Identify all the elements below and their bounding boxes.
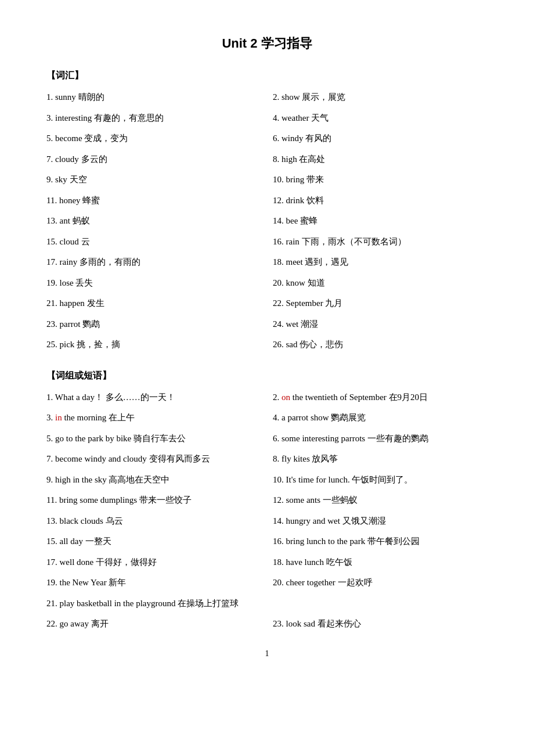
phrase-section: 【词组或短语】 1. What a day！ 多么……的一天！2. on the… (46, 370, 488, 632)
phrase-item: 18. have lunch 吃午饭 (273, 555, 488, 570)
phrase-item: 5. go to the park by bike 骑自行车去公 (46, 431, 261, 447)
phrase-item: 17. well done 干得好，做得好 (46, 555, 261, 570)
vocab-item: 4. weather 天气 (273, 111, 488, 126)
vocab-item: 18. meet 遇到，遇见 (273, 255, 488, 270)
highlight-word: in (55, 413, 62, 422)
vocab-grid: 1. sunny 晴朗的2. show 展示，展览3. interesting … (46, 90, 488, 352)
vocab-item: 20. know 知道 (273, 276, 488, 291)
phrase-item: 15. all day 一整天 (46, 534, 261, 549)
phrase-item: 1. What a day！ 多么……的一天！ (46, 390, 261, 405)
phrase-grid: 1. What a day！ 多么……的一天！2. on the twentie… (46, 390, 488, 632)
vocab-header: 【词汇】 (46, 70, 488, 82)
phrase-item: 16. bring lunch to the park 带午餐到公园 (273, 534, 488, 549)
phrase-item: 12. some ants 一些蚂蚁 (273, 493, 488, 508)
phrase-item: 8. fly kites 放风筝 (273, 452, 488, 467)
vocab-item: 23. parrot 鹦鹉 (46, 317, 261, 332)
vocab-item: 6. windy 有风的 (273, 131, 488, 146)
vocab-item: 10. bring 带来 (273, 172, 488, 188)
vocab-item: 12. drink 饮料 (273, 193, 488, 208)
vocab-item: 5. become 变成，变为 (46, 131, 261, 146)
vocab-item: 24. wet 潮湿 (273, 317, 488, 332)
vocab-item: 13. ant 蚂蚁 (46, 214, 261, 229)
phrase-item: 23. look sad 看起来伤心 (273, 617, 488, 632)
vocab-item: 17. rainy 多雨的，有雨的 (46, 255, 261, 270)
page-title: Unit 2 学习指导 (46, 35, 488, 52)
vocab-item: 16. rain 下雨，雨水（不可数名词） (273, 235, 488, 250)
phrase-item: 9. high in the sky 高高地在天空中 (46, 473, 261, 488)
vocab-item: 7. cloudy 多云的 (46, 152, 261, 167)
phrase-item: 6. some interesting parrots 一些有趣的鹦鹉 (273, 431, 488, 447)
vocab-item: 14. bee 蜜蜂 (273, 214, 488, 229)
phrase-item: 7. become windy and cloudy 变得有风而多云 (46, 452, 261, 467)
vocab-item: 11. honey 蜂蜜 (46, 193, 261, 208)
vocab-item: 1. sunny 晴朗的 (46, 90, 261, 105)
phrase-item: 11. bring some dumplings 带来一些饺子 (46, 493, 261, 508)
phrase-header: 【词组或短语】 (46, 370, 488, 382)
vocab-item: 21. happen 发生 (46, 296, 261, 311)
phrase-item: 21. play basketball in the playground 在操… (46, 596, 488, 611)
vocab-item: 8. high 在高处 (273, 152, 488, 167)
phrase-item: 3. in the morning 在上午 (46, 411, 261, 426)
phrase-item: 14. hungry and wet 又饿又潮湿 (273, 514, 488, 529)
vocab-item: 2. show 展示，展览 (273, 90, 488, 105)
highlight-word: on (282, 393, 290, 402)
vocab-item: 19. lose 丢失 (46, 276, 261, 291)
phrase-item: 19. the New Year 新年 (46, 575, 261, 591)
phrase-item: 13. black clouds 乌云 (46, 514, 261, 529)
vocab-item: 22. September 九月 (273, 296, 488, 311)
phrase-item: 10. It's time for lunch. 午饭时间到了。 (273, 473, 488, 488)
phrase-item: 4. a parrot show 鹦鹉展览 (273, 411, 488, 426)
vocab-item: 15. cloud 云 (46, 235, 261, 250)
vocab-section: 【词汇】 1. sunny 晴朗的2. show 展示，展览3. interes… (46, 70, 488, 352)
phrase-item: 20. cheer together 一起欢呼 (273, 575, 488, 591)
vocab-item: 3. interesting 有趣的，有意思的 (46, 111, 261, 126)
vocab-item: 25. pick 挑，捡，摘 (46, 337, 261, 352)
phrase-item: 22. go away 离开 (46, 617, 261, 632)
vocab-item: 26. sad 伤心，悲伤 (273, 337, 488, 352)
vocab-item: 9. sky 天空 (46, 172, 261, 188)
page-number: 1 (46, 649, 488, 658)
phrase-item: 2. on the twentieth of September 在9月20日 (273, 390, 488, 405)
